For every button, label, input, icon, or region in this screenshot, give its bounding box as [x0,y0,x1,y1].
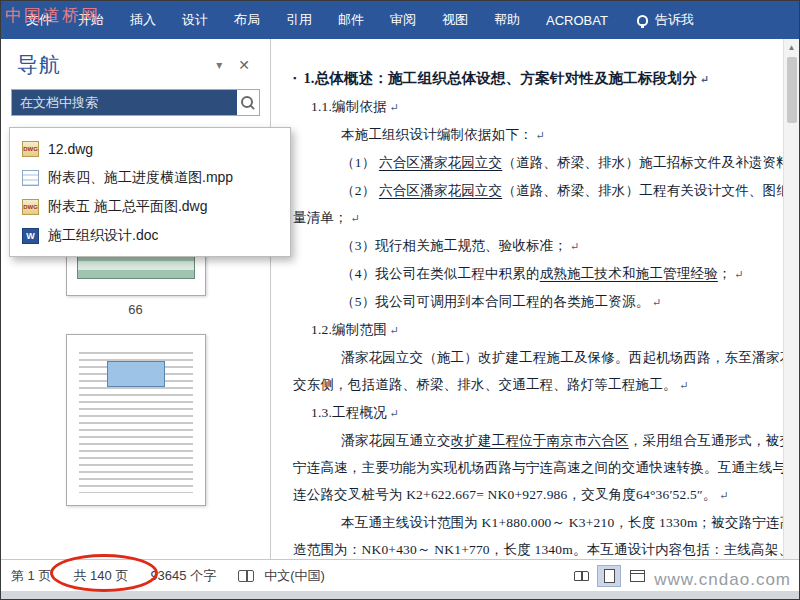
doc-text-run: 1.1.编制依据 [311,99,387,114]
paragraph-mark-icon: ↵ [570,240,579,252]
doc-text-run: 1.3.工程概况 [311,405,387,420]
navigation-title: 导航 [17,51,61,79]
close-icon[interactable]: ✕ [232,57,256,73]
reading-view-icon [574,571,589,581]
ribbon-tab-6[interactable]: 邮件 [325,1,377,39]
doc-line: 交东侧，包括道路、桥梁、排水、交通工程、路灯等工程施工。↵ [293,371,779,399]
web-layout-button[interactable] [625,565,649,587]
thumbnail-table-preview [107,361,165,387]
search-input[interactable]: 在文档中搜索 [11,89,260,116]
file-name: 附表四、施工进度横道图.mpp [48,169,233,187]
doc-text-run: （5）我公司可调用到本合同工程的各类施工资源。 [341,294,649,309]
ribbon-tab-8[interactable]: 视图 [429,1,481,39]
navigation-pane: 导航 ▾ ✕ 在文档中搜索 66 [1,39,271,559]
total-pages-indicator[interactable]: 共 140 页 [73,567,128,585]
doc-line: 本施工组织设计编制依据如下：↵ [341,121,779,149]
scrollbar-thumb[interactable] [787,57,797,123]
list-bullet-icon: ▪ [293,73,296,83]
print-layout-button[interactable] [597,565,621,587]
doc-text-run: （道路、桥梁、排水）施工招标文件及补遗资料； [502,155,783,170]
doc-text-run: 本互通主线设计范围为 K1+880.000～ K3+210，长度 1330m；被… [341,515,783,530]
dwg-file-icon: DWG [22,199,39,215]
print-layout-icon [604,569,615,583]
paragraph-mark-icon: ↵ [652,296,661,308]
file-item[interactable]: W施工组织设计.doc [10,221,290,250]
doc-text-run: （1） [341,155,379,170]
document-lines: ▪1.总体概述：施工组织总体设想、方案针对性及施工标段划分↵1.1.编制依据↵本… [271,39,783,559]
ribbon-tab-7[interactable]: 审阅 [377,1,429,39]
file-item[interactable]: 附表四、施工进度横道图.mpp [10,163,290,192]
proofing-errors-icon[interactable] [238,570,254,582]
language-indicator[interactable]: 中文(中国) [264,567,325,585]
file-item[interactable]: DWG12.dwg [10,134,290,163]
doc-text-run: ； [718,266,732,281]
search-icon[interactable] [237,95,259,111]
doc-text-run: （3）现行相关施工规范、验收标准； [341,238,567,253]
status-bar: 第 1 页 共 140 页 93645 个字 中文(中国) [1,559,799,591]
dwg-file-icon: DWG [22,141,39,157]
doc-line: （2） 六合区潘家花园立交（道路、桥梁、排水）工程有关设计文件、图纸及工程 [341,177,779,204]
ribbon-tab-0[interactable]: 文件 [13,1,65,39]
doc-text-run: 量清单； [293,210,348,225]
document-area[interactable]: ▪1.总体概述：施工组织总体设想、方案针对性及施工标段划分↵1.1.编制依据↵本… [271,39,783,559]
ribbon-tab-4[interactable]: 布局 [221,1,273,39]
file-name: 附表五 施工总平面图.dwg [48,198,207,216]
doc-line: ▪1.总体概述：施工组织总体设想、方案针对性及施工标段划分↵ [293,65,779,93]
file-name: 12.dwg [48,141,93,157]
reading-view-button[interactable] [569,565,593,587]
page-indicator[interactable]: 第 1 页 [11,567,51,585]
doc-text-run: 六合区潘家花园立交 [379,183,502,198]
ribbon-tab-5[interactable]: 引用 [273,1,325,39]
doc-line: （1） 六合区潘家花园立交（道路、桥梁、排水）施工招标文件及补遗资料；↵ [341,149,779,177]
doc-line: 1.2.编制范围↵ [311,316,779,344]
navigation-header: 导航 ▾ ✕ [1,39,270,87]
doc-line: （3）现行相关施工规范、验收标准；↵ [341,232,779,260]
page-thumbnail[interactable] [66,334,206,506]
ribbon-tab-10[interactable]: ACROBAT [533,1,621,39]
vertical-scrollbar[interactable]: ▲ [783,39,799,559]
doc-text-run: （4）我公司在类似工程中积累的 [341,266,540,281]
doc-text-run: 交东侧，包括道路、桥梁、排水、交通工程、路灯等工程施工。 [293,377,677,392]
paragraph-mark-icon: ↵ [720,489,729,501]
paragraph-mark-icon: ↵ [390,324,399,336]
lightbulb-icon [637,15,648,26]
paragraph-mark-icon: ↵ [390,407,399,419]
paragraph-mark-icon: ↵ [700,73,709,85]
paragraph-mark-icon: ↵ [680,379,689,391]
paragraph-mark-icon: ↵ [536,129,545,141]
doc-line: 1.1.编制依据↵ [311,93,779,121]
doc-file-icon: W [22,228,39,244]
doc-line: 潘家花园互通立交改扩建工程位于南京市六合区，采用组合互通形式，被交道路为 [341,427,779,454]
ribbon-tab-1[interactable]: 开始 [65,1,117,39]
chevron-down-icon[interactable]: ▾ [206,58,232,72]
doc-text-run: 六合区潘家花园立交 [379,155,502,170]
tell-me-button[interactable]: 告诉我 [637,11,694,29]
view-switcher [569,565,649,587]
file-item[interactable]: DWG附表五 施工总平面图.dwg [10,192,290,221]
scroll-up-arrow[interactable]: ▲ [784,39,800,55]
doc-line: 造范围为：NK0+430～ NK1+770，长度 1340m。本互通设计内容包括… [293,536,779,559]
doc-line: （5）我公司可调用到本合同工程的各类施工资源。↵ [341,288,779,316]
ribbon-tab-9[interactable]: 帮助 [481,1,533,39]
doc-text-run: 成熟施工技术和施工管理经验 [540,266,718,281]
ribbon-tab-3[interactable]: 设计 [169,1,221,39]
doc-text-run: 潘家花园立交（施工）改扩建工程施工及保修。西起机场西路，东至潘家花园立 [341,350,783,365]
ribbon-tab-2[interactable]: 插入 [117,1,169,39]
doc-line: 1.3.工程概况↵ [311,399,779,427]
paragraph-mark-icon: ↵ [351,212,360,224]
window-bottom-edge [1,591,799,599]
file-name: 施工组织设计.doc [48,227,158,245]
doc-text-run: ，采用组合互通形式，被交道路为 [629,433,783,448]
word-count[interactable]: 93645 个字 [150,567,216,585]
doc-line: （4）我公司在类似工程中积累的成熟施工技术和施工管理经验；↵ [341,260,779,288]
tell-me-label: 告诉我 [655,11,694,29]
word-window: 文件开始插入设计布局引用邮件审阅视图帮助ACROBAT 告诉我 导航 ▾ ✕ 在… [0,0,800,600]
paragraph-mark-icon: ↵ [735,268,744,280]
doc-line: 潘家花园立交（施工）改扩建工程施工及保修。西起机场西路，东至潘家花园立 [341,344,779,371]
doc-text-run: 1.总体概述：施工组织总体设想、方案针对性及施工标段划分 [303,70,696,86]
search-text: 在文档中搜索 [12,90,237,115]
doc-line: 宁连高速，主要功能为实现机场西路与宁连高速之间的交通快速转换。互通主线与宁 [293,454,779,481]
doc-text-run: 1.2.编制范围 [311,322,387,337]
main-area: 导航 ▾ ✕ 在文档中搜索 66 ▪1.总体概述：施工组织总体设想 [1,39,799,559]
web-layout-icon [630,570,645,582]
